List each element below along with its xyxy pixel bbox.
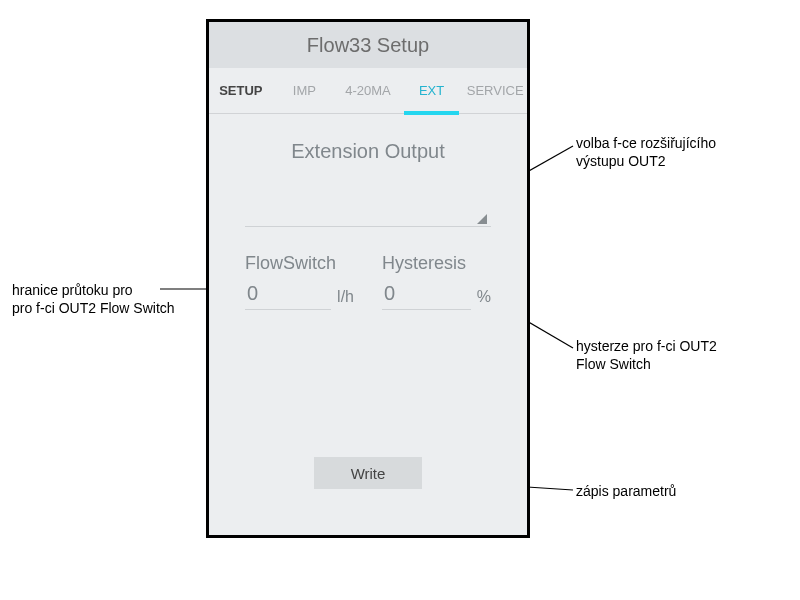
hysteresis-field: Hysteresis % xyxy=(382,253,491,310)
section-title: Extension Output xyxy=(209,114,527,163)
flowswitch-field: FlowSwitch l/h xyxy=(245,253,354,310)
tab-setup[interactable]: SETUP xyxy=(209,68,273,114)
phone-surface: Flow33 Setup SETUP IMP 4-20MA EXT SERVIC… xyxy=(206,19,530,538)
hysteresis-label: Hysteresis xyxy=(382,253,491,274)
flowswitch-input[interactable] xyxy=(245,280,331,310)
tab-service[interactable]: SERVICE xyxy=(463,68,527,114)
annotation-write: zápis parametrů xyxy=(576,483,676,501)
tab-imp[interactable]: IMP xyxy=(273,68,337,114)
flowswitch-unit: l/h xyxy=(337,288,354,310)
hysteresis-input[interactable] xyxy=(382,280,471,310)
write-button[interactable]: Write xyxy=(314,457,422,489)
ext-output-dropdown[interactable] xyxy=(245,195,491,227)
field-row: FlowSwitch l/h Hysteresis % xyxy=(209,227,527,310)
annotation-hysteresis: hysterze pro f-ci OUT2 Flow Switch xyxy=(576,338,717,373)
annotation-flow-threshold: hranice průtoku pro pro f-ci OUT2 Flow S… xyxy=(12,282,175,317)
annotation-ext-output: volba f-ce rozšiřujícího výstupu OUT2 xyxy=(576,135,716,170)
app-title: Flow33 Setup xyxy=(209,22,527,68)
tab-bar: SETUP IMP 4-20MA EXT SERVICE xyxy=(209,68,527,114)
hysteresis-unit: % xyxy=(477,288,491,310)
tab-ext[interactable]: EXT xyxy=(400,68,464,114)
flowswitch-label: FlowSwitch xyxy=(245,253,354,274)
tab-420ma[interactable]: 4-20MA xyxy=(336,68,400,114)
